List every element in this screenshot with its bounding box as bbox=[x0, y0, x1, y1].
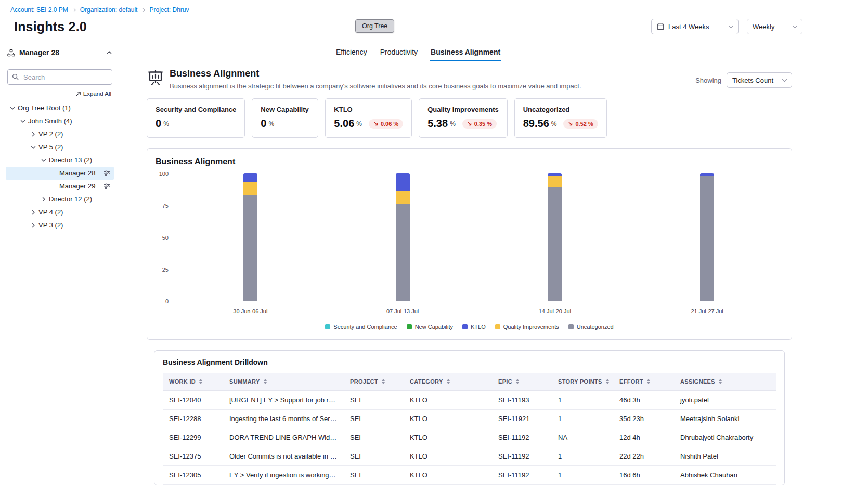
legend-label: Quality Improvements bbox=[503, 324, 559, 330]
bar-group-21-jul-27-jul[interactable] bbox=[631, 174, 783, 301]
header-controls: Last 4 Weeks Weekly bbox=[651, 19, 802, 34]
tab-productivity[interactable]: Productivity bbox=[379, 44, 419, 61]
chevron-down-icon bbox=[782, 77, 787, 82]
chevron-right-icon[interactable] bbox=[29, 208, 37, 217]
stat-card-new-capability: New Capability0% bbox=[252, 98, 318, 138]
trend-down-icon bbox=[568, 121, 573, 126]
stat-card-value: 0 bbox=[261, 118, 266, 130]
column-header-work-id[interactable]: WORK ID bbox=[163, 373, 223, 391]
tree-item-director-12-2[interactable]: Director 12 (2) bbox=[6, 193, 114, 206]
table-cell: SEI-12040 bbox=[163, 391, 223, 410]
table-cell: 1 bbox=[552, 466, 613, 485]
tree-item-vp-3-2[interactable]: VP 3 (2) bbox=[6, 219, 114, 232]
table-cell: SEI-11192 bbox=[492, 466, 552, 485]
stat-card-ktlo: KTLO5.06%0.06 % bbox=[325, 98, 412, 138]
expand-all-button[interactable]: Expand All bbox=[75, 91, 111, 97]
interval-select[interactable]: Weekly bbox=[747, 19, 802, 34]
stacked-bar[interactable] bbox=[548, 173, 562, 301]
showing-select[interactable]: Tickets Count bbox=[727, 72, 792, 88]
tree-item-org-tree-root-1[interactable]: Org Tree Root (1) bbox=[6, 101, 114, 115]
chevron-right-icon[interactable] bbox=[29, 221, 37, 230]
tree-item-vp-2-2[interactable]: VP 2 (2) bbox=[6, 128, 114, 141]
legend-item-quality-improvements[interactable]: Quality Improvements bbox=[495, 324, 559, 330]
table-row-sei-12040[interactable]: SEI-12040[URGENT] EY > Support for job r… bbox=[163, 391, 776, 410]
bar-segment-quality-improvements[interactable] bbox=[548, 176, 562, 187]
legend-item-ktlo[interactable]: KTLO bbox=[462, 324, 486, 330]
tree-item-director-13-2[interactable]: Director 13 (2) bbox=[6, 154, 114, 167]
tab-efficiency[interactable]: Efficiency bbox=[335, 44, 368, 61]
bar-segment-uncategorized[interactable] bbox=[243, 195, 257, 301]
tree-item-manager-29[interactable]: Manager 29 bbox=[6, 180, 114, 193]
tree-item-vp-4-2[interactable]: VP 4 (2) bbox=[6, 206, 114, 219]
tree-item-manager-28[interactable]: Manager 28 bbox=[6, 167, 114, 180]
org-tree-button[interactable]: Org Tree bbox=[355, 19, 394, 33]
chevron-down-icon[interactable] bbox=[29, 143, 37, 151]
table-row-sei-12288[interactable]: SEI-12288Ingesting the last 6 months of … bbox=[163, 410, 776, 428]
collapse-sidebar-button[interactable] bbox=[106, 49, 112, 56]
breadcrumb-chevron-icon bbox=[72, 8, 76, 11]
column-header-project[interactable]: PROJECT bbox=[344, 373, 404, 391]
stacked-bar[interactable] bbox=[396, 173, 410, 301]
trend-down-icon bbox=[467, 121, 472, 126]
y-axis-tick-label: 0 bbox=[165, 299, 169, 304]
bar-group-30-jun-06-jul[interactable] bbox=[174, 174, 327, 301]
y-axis-tick-label: 25 bbox=[162, 266, 169, 272]
stacked-bar[interactable] bbox=[700, 173, 714, 301]
expand-row: Expand All bbox=[8, 91, 111, 97]
chevron-right-icon[interactable] bbox=[29, 130, 37, 138]
bar-group-07-jul-13-jul[interactable] bbox=[327, 174, 479, 301]
table-cell: SEI bbox=[344, 466, 404, 485]
chevron-right-icon[interactable] bbox=[40, 195, 48, 204]
breadcrumb-link-account[interactable]: Account: SEI 2.0 PM bbox=[10, 6, 68, 14]
bar-segment-uncategorized[interactable] bbox=[700, 176, 714, 301]
column-header-inner: ASSIGNEES bbox=[680, 378, 770, 385]
stat-card-value: 0 bbox=[156, 118, 161, 130]
legend-item-new-capability[interactable]: New Capability bbox=[407, 324, 453, 330]
drilldown-title: Business Alignment Drilldown bbox=[163, 358, 776, 366]
chevron-down-icon[interactable] bbox=[19, 117, 27, 125]
filter-sliders-icon[interactable] bbox=[103, 183, 111, 189]
table-cell: 46d 3h bbox=[613, 391, 674, 410]
table-cell: SEI-11921 bbox=[492, 410, 552, 428]
tree-item-vp-5-2[interactable]: VP 5 (2) bbox=[6, 141, 114, 154]
legend-item-security-and-compliance[interactable]: Security and Compliance bbox=[325, 324, 397, 330]
tree-item-label: VP 5 (2) bbox=[38, 143, 63, 151]
stat-card-unit: % bbox=[450, 120, 456, 128]
bar-segment-uncategorized[interactable] bbox=[396, 204, 410, 301]
table-cell: KTLO bbox=[404, 410, 492, 428]
search-input[interactable] bbox=[7, 69, 112, 85]
breadcrumb-link-project[interactable]: Project: Dhruv bbox=[149, 6, 189, 14]
breadcrumb-link-organization[interactable]: Organization: default bbox=[80, 6, 138, 14]
bar-segment-quality-improvements[interactable] bbox=[243, 182, 257, 195]
legend-item-uncategorized[interactable]: Uncategorized bbox=[568, 324, 614, 330]
bar-segment-ktlo[interactable] bbox=[396, 173, 410, 191]
calendar-icon bbox=[657, 23, 664, 30]
tree-indent bbox=[50, 182, 58, 191]
chevron-down-icon[interactable] bbox=[40, 156, 48, 164]
column-header-effort[interactable]: EFFORT bbox=[613, 373, 674, 391]
filter-sliders-icon[interactable] bbox=[103, 170, 111, 176]
stacked-bar[interactable] bbox=[243, 173, 257, 301]
tree-item-john-smith-4[interactable]: John Smith (4) bbox=[6, 115, 114, 128]
bar-segment-uncategorized[interactable] bbox=[548, 187, 562, 301]
column-header-epic[interactable]: EPIC bbox=[492, 373, 552, 391]
table-row-sei-12305[interactable]: SEI-12305EY > Verify if ingestion is wor… bbox=[163, 466, 776, 485]
date-range-select[interactable]: Last 4 Weeks bbox=[651, 19, 739, 34]
table-row-sei-12375[interactable]: SEI-12375Older Commits is not available … bbox=[163, 447, 776, 466]
bar-segment-ktlo[interactable] bbox=[243, 173, 257, 182]
column-header-story-points[interactable]: STORY POINTS bbox=[552, 373, 613, 391]
table-cell: SEI-12305 bbox=[163, 466, 223, 485]
chevron-down-icon[interactable] bbox=[8, 104, 17, 112]
bar-group-14-jul-20-jul[interactable] bbox=[479, 174, 631, 301]
tab-business-alignment[interactable]: Business Alignment bbox=[430, 44, 501, 61]
column-header-category[interactable]: CATEGORY bbox=[404, 373, 492, 391]
table-cell: SEI bbox=[344, 391, 404, 410]
bar-segment-quality-improvements[interactable] bbox=[396, 191, 410, 204]
stat-card-value: 5.38 bbox=[427, 118, 448, 130]
column-header-inner: EFFORT bbox=[619, 378, 668, 385]
column-header-summary[interactable]: SUMMARY bbox=[223, 373, 344, 391]
column-header-assignees[interactable]: ASSIGNEES bbox=[674, 373, 776, 391]
legend-swatch bbox=[407, 324, 412, 329]
tree-item-label: John Smith (4) bbox=[28, 117, 72, 125]
table-row-sei-12299[interactable]: SEI-12299DORA TREND LINE GRAPH Widgets i… bbox=[163, 428, 776, 447]
